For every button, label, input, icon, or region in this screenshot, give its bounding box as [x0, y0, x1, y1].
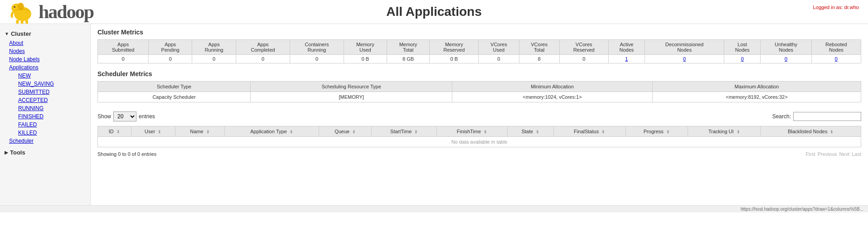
col-lost-nodes: LostNodes: [724, 40, 761, 55]
col-maximum-allocation: Maximum Allocation: [652, 82, 861, 92]
col-progress[interactable]: Progress ⇕: [626, 126, 688, 137]
col-memory-used: MemoryUsed: [344, 40, 387, 55]
sidebar-item-new-saving[interactable]: NEW_SAVING: [14, 80, 90, 88]
col-finish-time[interactable]: FinishTime ⇕: [437, 126, 508, 137]
val-unhealthy-nodes[interactable]: 0: [761, 55, 811, 63]
col-memory-reserved: MemoryReserved: [430, 40, 479, 55]
cluster-label: Cluster: [11, 30, 31, 37]
hadoop-logo-text: hadoop: [39, 1, 93, 23]
show-entries-left: Show 10 20 50 100 entries: [97, 111, 155, 121]
sidebar-item-node-labels[interactable]: Node Labels: [0, 55, 90, 63]
val-apps-submitted: 0: [98, 55, 149, 63]
val-apps-completed: 0: [236, 55, 290, 63]
col-apps-submitted: AppsSubmitted: [98, 40, 149, 55]
applications-sub-menu: NEW NEW_SAVING SUBMITTED ACCEPTED RUNNIN…: [0, 72, 90, 137]
sidebar-item-new[interactable]: NEW: [14, 72, 90, 80]
col-vcores-reserved: VCoresReserved: [559, 40, 608, 55]
val-minimum-allocation: <memory:1024, vCores:1>: [452, 92, 653, 102]
sidebar: ▼ Cluster About Nodes Node Labels Applic…: [0, 24, 91, 205]
col-containers-running: ContainersRunning: [290, 40, 344, 55]
svg-rect-6: [25, 19, 28, 24]
col-blacklisted-nodes[interactable]: Blacklisted Nodes ⇕: [761, 126, 861, 137]
show-entries-right: Search:: [772, 112, 861, 121]
showing-entries-text: Showing 0 to 0 of 0 entries: [97, 151, 156, 157]
val-memory-total: 8 GB: [387, 55, 430, 63]
col-name[interactable]: Name ⇕: [175, 126, 224, 137]
pagination-first[interactable]: First: [805, 151, 815, 157]
val-vcores-reserved: 0: [559, 55, 608, 63]
col-tracking-ui[interactable]: Tracking UI ⇕: [688, 126, 761, 137]
logo-area: hadoop: [9, 0, 93, 24]
svg-rect-5: [21, 19, 24, 24]
table-controls: Show 10 20 50 100 entries Search:: [97, 109, 861, 124]
sidebar-item-accepted[interactable]: ACCEPTED: [14, 96, 90, 104]
col-application-type[interactable]: Application Type ⇕: [225, 126, 319, 137]
col-apps-running: AppsRunning: [192, 40, 236, 55]
val-rebooted-nodes[interactable]: 0: [811, 55, 861, 63]
col-scheduling-resource-type: Scheduling Resource Type: [251, 82, 452, 92]
tools-label: Tools: [10, 149, 25, 156]
col-final-status[interactable]: FinalStatus ⇕: [553, 126, 626, 137]
val-vcores-used: 0: [479, 55, 519, 63]
col-vcores-used: VCoresUsed: [479, 40, 519, 55]
sidebar-item-killed[interactable]: KILLED: [14, 129, 90, 137]
tools-arrow-icon: ▶: [5, 150, 8, 155]
col-user[interactable]: User ⇕: [131, 126, 175, 137]
tools-section: ▶ Tools: [0, 147, 90, 158]
val-scheduling-resource-type: [MEMORY]: [251, 92, 452, 102]
tools-section-title[interactable]: ▶ Tools: [0, 147, 90, 158]
sidebar-item-about[interactable]: About: [0, 39, 90, 47]
val-decommissioned-nodes[interactable]: 0: [645, 55, 724, 63]
pagination-next[interactable]: Next: [839, 151, 850, 157]
scheduler-metrics-title: Scheduler Metrics: [97, 70, 861, 77]
col-start-time[interactable]: StartTime ⇕: [372, 126, 437, 137]
sidebar-item-running[interactable]: RUNNING: [14, 104, 90, 112]
no-data-message: No data available in table: [98, 137, 861, 147]
col-apps-completed: AppsCompleted: [236, 40, 290, 55]
search-label: Search:: [772, 113, 791, 120]
status-bar: https://host.hadoop.org/cluster/apps?dra…: [0, 205, 868, 213]
cluster-metrics-table: AppsSubmitted AppsPending AppsRunning Ap…: [97, 39, 861, 63]
sidebar-item-finished[interactable]: FINISHED: [14, 112, 90, 121]
val-apps-pending: 0: [149, 55, 192, 63]
cluster-section-title[interactable]: ▼ Cluster: [0, 29, 90, 39]
sidebar-item-failed[interactable]: FAILED: [14, 121, 90, 129]
pagination-previous[interactable]: Previous: [818, 151, 837, 157]
sidebar-item-applications[interactable]: Applications: [0, 63, 90, 72]
col-minimum-allocation: Minimum Allocation: [452, 82, 653, 92]
search-input[interactable]: [793, 112, 861, 121]
val-scheduler-type: Capacity Scheduler: [98, 92, 251, 102]
col-id[interactable]: ID ⇕: [98, 126, 131, 137]
hadoop-elephant-icon: [9, 0, 36, 24]
val-maximum-allocation: <memory:8192, vCores:32>: [652, 92, 861, 102]
col-decommissioned-nodes: DecommissionedNodes: [645, 40, 724, 55]
col-apps-pending: AppsPending: [149, 40, 192, 55]
sidebar-item-nodes[interactable]: Nodes: [0, 47, 90, 55]
val-containers-running: 0: [290, 55, 344, 63]
col-queue[interactable]: Queue ⇕: [319, 126, 372, 137]
sidebar-item-scheduler[interactable]: Scheduler: [0, 137, 90, 145]
sidebar-item-submitted[interactable]: SUBMITTED: [14, 88, 90, 96]
val-memory-used: 0 B: [344, 55, 387, 63]
col-active-nodes: ActiveNodes: [608, 40, 645, 55]
pagination-last[interactable]: Last: [852, 151, 861, 157]
entries-select[interactable]: 10 20 50 100: [113, 111, 136, 121]
logged-in-user: Logged in as: dr.who: [813, 5, 859, 10]
col-vcores-total: VCoresTotal: [519, 40, 559, 55]
main-content: Cluster Metrics AppsSubmitted AppsPendin…: [91, 24, 868, 205]
val-active-nodes[interactable]: 1: [608, 55, 645, 63]
col-state[interactable]: State ⇕: [507, 126, 553, 137]
cluster-arrow-icon: ▼: [5, 31, 9, 36]
entries-label: entries: [139, 113, 155, 120]
val-apps-running: 0: [192, 55, 236, 63]
main-layout: ▼ Cluster About Nodes Node Labels Applic…: [0, 24, 868, 205]
val-vcores-total: 8: [519, 55, 559, 63]
val-memory-reserved: 0 B: [430, 55, 479, 63]
applications-table: ID ⇕ User ⇕ Name ⇕ Application Type ⇕ Qu…: [97, 126, 861, 147]
val-lost-nodes[interactable]: 0: [724, 55, 761, 63]
table-footer: Showing 0 to 0 of 0 entries First Previo…: [97, 150, 861, 159]
svg-point-2: [14, 6, 15, 7]
pagination: First Previous Next Last: [805, 151, 861, 157]
svg-rect-4: [16, 19, 19, 24]
cluster-section: ▼ Cluster About Nodes Node Labels Applic…: [0, 29, 90, 145]
